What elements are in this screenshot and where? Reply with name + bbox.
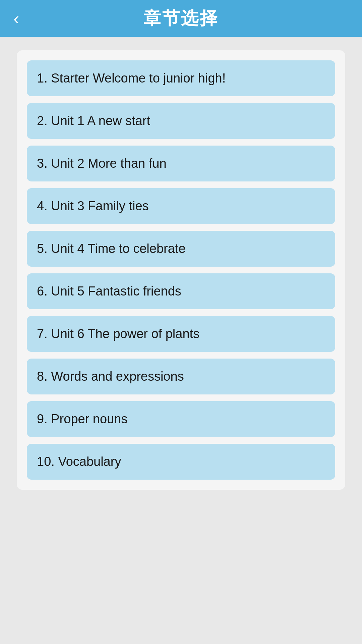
chapter-list-item[interactable]: 7. Unit 6 The power of plants — [27, 316, 335, 352]
header: ‹ 章节选择 — [0, 0, 362, 37]
chapter-list-item[interactable]: 3. Unit 2 More than fun — [27, 146, 335, 181]
chapter-list-item[interactable]: 9. Proper nouns — [27, 401, 335, 437]
chapter-list-item[interactable]: 6. Unit 5 Fantastic friends — [27, 273, 335, 309]
chapter-list-item[interactable]: 2. Unit 1 A new start — [27, 103, 335, 139]
chapter-list-item[interactable]: 8. Words and expressions — [27, 359, 335, 394]
chapter-list-item[interactable]: 1. Starter Welcome to junior high! — [27, 60, 335, 96]
chapter-list-item[interactable]: 5. Unit 4 Time to celebrate — [27, 231, 335, 267]
chapter-list: 1. Starter Welcome to junior high!2. Uni… — [17, 50, 345, 490]
page-title: 章节选择 — [143, 7, 219, 30]
chapter-list-item[interactable]: 4. Unit 3 Family ties — [27, 188, 335, 224]
content-area: 1. Starter Welcome to junior high!2. Uni… — [0, 37, 362, 644]
back-button[interactable]: ‹ — [13, 10, 19, 27]
chapter-list-item[interactable]: 10. Vocabulary — [27, 444, 335, 480]
